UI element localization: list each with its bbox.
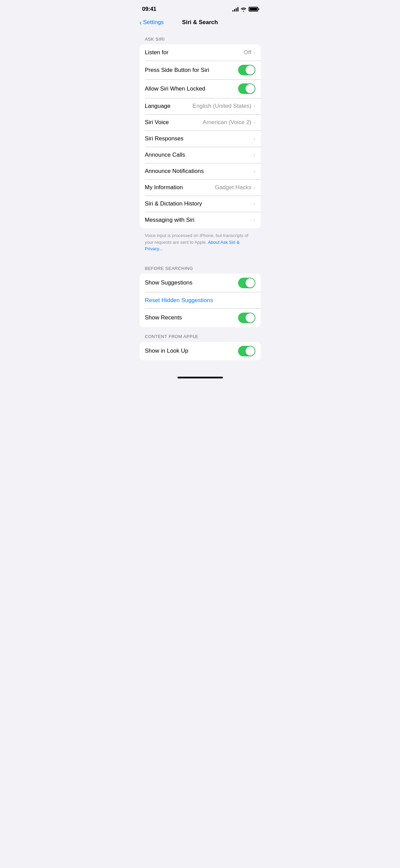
chevron-right-icon: › bbox=[253, 50, 255, 56]
before-searching-card: Show Suggestions Reset Hidden Suggestion… bbox=[140, 274, 261, 327]
list-item[interactable]: Announce Notifications › bbox=[140, 163, 261, 179]
chevron-right-icon: › bbox=[253, 119, 255, 125]
siri-responses-right: › bbox=[253, 136, 255, 142]
announce-calls-right: › bbox=[253, 152, 255, 158]
section-label-ask-siri: ASK SIRI bbox=[134, 30, 266, 44]
battery-icon bbox=[249, 7, 258, 12]
ask-siri-card: Listen for Off › Press Side Button for S… bbox=[140, 44, 261, 228]
list-item: Show in Look Up bbox=[140, 342, 261, 360]
wifi-icon bbox=[240, 7, 247, 12]
chevron-right-icon: › bbox=[253, 103, 255, 109]
my-information-label: My Information bbox=[145, 184, 183, 191]
show-in-look-up-label: Show in Look Up bbox=[145, 348, 189, 354]
content-from-apple-card: Show in Look Up bbox=[140, 342, 261, 360]
chevron-right-icon: › bbox=[253, 168, 255, 174]
language-label: Language bbox=[145, 103, 171, 110]
list-item[interactable]: Siri Voice American (Voice 2) › bbox=[140, 114, 261, 131]
status-bar: 09:41 bbox=[134, 0, 266, 16]
list-item[interactable]: Messaging with Siri › bbox=[140, 212, 261, 228]
toggle-knob bbox=[246, 84, 255, 93]
chevron-right-icon: › bbox=[253, 136, 255, 142]
press-side-button-toggle[interactable] bbox=[238, 65, 255, 75]
page-title: Siri & Search bbox=[182, 19, 218, 26]
siri-voice-right: American (Voice 2) › bbox=[203, 119, 255, 126]
my-information-right: Gadget Hacks › bbox=[215, 184, 255, 191]
list-item[interactable]: Announce Calls › bbox=[140, 147, 261, 163]
section-label-content-from-apple: CONTENT FROM APPLE bbox=[134, 327, 266, 342]
show-recents-label: Show Recents bbox=[145, 314, 182, 321]
messaging-with-siri-label: Messaging with Siri bbox=[145, 217, 194, 223]
list-item: Press Side Button for Siri bbox=[140, 61, 261, 79]
home-indicator bbox=[177, 377, 223, 378]
messaging-with-siri-right: › bbox=[253, 217, 255, 223]
listen-for-right: Off › bbox=[244, 49, 255, 56]
show-suggestions-label: Show Suggestions bbox=[145, 279, 193, 286]
reset-hidden-suggestions-link[interactable]: Reset Hidden Suggestions bbox=[145, 297, 213, 304]
siri-dictation-history-right: › bbox=[253, 201, 255, 207]
status-icons bbox=[232, 7, 258, 12]
status-time: 09:41 bbox=[142, 6, 156, 13]
chevron-right-icon: › bbox=[253, 152, 255, 158]
siri-voice-value: American (Voice 2) bbox=[203, 119, 252, 126]
list-item[interactable]: Language English (United States) › bbox=[140, 98, 261, 114]
ask-siri-footer: Voice input is processed on iPhone, but … bbox=[134, 228, 266, 259]
section-label-before-searching: BEFORE SEARCHING bbox=[134, 259, 266, 274]
announce-calls-label: Announce Calls bbox=[145, 152, 185, 158]
siri-responses-label: Siri Responses bbox=[145, 135, 184, 142]
listen-for-value: Off bbox=[244, 49, 251, 56]
list-item[interactable]: Siri & Dictation History › bbox=[140, 196, 261, 212]
back-chevron-icon: ‹ bbox=[140, 19, 142, 26]
announce-notifications-label: Announce Notifications bbox=[145, 168, 204, 175]
siri-voice-label: Siri Voice bbox=[145, 119, 169, 126]
back-label: Settings bbox=[143, 19, 164, 26]
show-in-look-up-toggle[interactable] bbox=[238, 346, 255, 356]
show-suggestions-toggle[interactable] bbox=[238, 278, 255, 288]
toggle-knob bbox=[246, 347, 255, 356]
my-information-value: Gadget Hacks bbox=[215, 184, 251, 191]
toggle-knob bbox=[246, 278, 255, 288]
allow-when-locked-toggle[interactable] bbox=[238, 83, 255, 94]
list-item: Allow Siri When Locked bbox=[140, 79, 261, 98]
list-item: Show Suggestions bbox=[140, 274, 261, 292]
signal-icon bbox=[232, 7, 238, 12]
show-recents-toggle[interactable] bbox=[238, 313, 255, 323]
list-item[interactable]: Listen for Off › bbox=[140, 44, 261, 61]
toggle-knob bbox=[246, 313, 255, 322]
list-item[interactable]: My Information Gadget Hacks › bbox=[140, 179, 261, 196]
list-item: Show Recents bbox=[140, 309, 261, 327]
chevron-right-icon: › bbox=[253, 184, 255, 191]
allow-when-locked-label: Allow Siri When Locked bbox=[145, 85, 206, 92]
list-item[interactable]: Reset Hidden Suggestions bbox=[140, 292, 261, 309]
nav-header: ‹ Settings Siri & Search bbox=[134, 16, 266, 30]
chevron-right-icon: › bbox=[253, 217, 255, 223]
listen-for-label: Listen for bbox=[145, 49, 169, 56]
list-item[interactable]: Siri Responses › bbox=[140, 131, 261, 147]
back-button[interactable]: ‹ Settings bbox=[140, 19, 164, 26]
announce-notifications-right: › bbox=[253, 168, 255, 174]
language-right: English (United States) › bbox=[192, 103, 255, 110]
chevron-right-icon: › bbox=[253, 201, 255, 207]
toggle-knob bbox=[246, 65, 255, 75]
language-value: English (United States) bbox=[192, 103, 251, 110]
press-side-button-label: Press Side Button for Siri bbox=[145, 67, 209, 74]
siri-dictation-history-label: Siri & Dictation History bbox=[145, 200, 202, 207]
